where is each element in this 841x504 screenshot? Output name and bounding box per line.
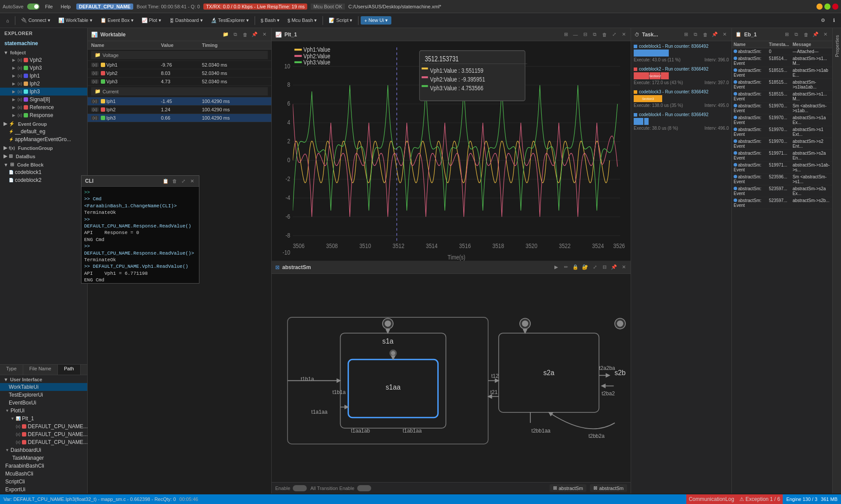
tree-item-app-manager[interactable]: ⚡ appManagerEventGro... bbox=[0, 135, 87, 143]
tree-item-default-eg[interactable]: ⚡ __default_eg bbox=[0, 128, 87, 135]
table-row[interactable]: (x) Iph3 0.66 100.4290 ms bbox=[88, 114, 271, 122]
mcubash-button[interactable]: $ Mcu Bash ▾ bbox=[284, 16, 320, 25]
table-row[interactable]: (x) Vph3 4.73 52.0340 ms bbox=[88, 78, 271, 86]
plot-copy-btn[interactable]: ⧉ bbox=[591, 31, 598, 38]
status-comm-log[interactable]: CommunicationLog bbox=[686, 494, 737, 504]
sm-content[interactable]: s1a s1aa bbox=[272, 274, 631, 482]
minimize-button[interactable] bbox=[816, 4, 823, 10]
cli-body[interactable]: >> >> Cmd <FaraabinBash_1.ChangeName(CLI… bbox=[82, 187, 199, 283]
cli-btn1[interactable]: 📋 bbox=[162, 177, 169, 185]
sm-tab-1[interactable]: ⊠ abstractSm bbox=[550, 484, 587, 492]
autosave-toggle[interactable] bbox=[27, 4, 39, 10]
plot-snap-btn[interactable]: ⊞ bbox=[562, 31, 569, 38]
group-current[interactable]: 📁 Current bbox=[88, 86, 271, 97]
eb-pin[interactable]: 📌 bbox=[812, 31, 819, 38]
eb-row-1[interactable]: abstractSm: Event 518514... abstractSm->… bbox=[732, 55, 832, 67]
tree-item-vph2[interactable]: ▶ (x) Vph2 bbox=[0, 56, 87, 64]
sm-lock2-btn[interactable]: 🔐 bbox=[582, 264, 589, 271]
fobject-section[interactable]: ▼ fobject bbox=[0, 48, 87, 56]
tab-type[interactable]: Type bbox=[0, 365, 23, 375]
voltage-group[interactable]: 📁 Voltage bbox=[91, 51, 268, 59]
task-btn1[interactable]: ⊞ bbox=[682, 31, 689, 38]
task-btn2[interactable]: ⧉ bbox=[692, 31, 699, 38]
eb-row-2[interactable]: abstractSm: Event 518515... abstractSm->… bbox=[732, 67, 832, 79]
event-group-section[interactable]: ▶ ⚡ Event Group bbox=[0, 119, 87, 128]
tab-path[interactable]: Path bbox=[58, 365, 81, 375]
plot-button[interactable]: 📈 Plot ▾ bbox=[138, 16, 165, 25]
tree-item-task-manager[interactable]: TaskManager bbox=[0, 454, 87, 462]
eb-row-3[interactable]: abstractSm: Event 518515... abstractSm->… bbox=[732, 79, 832, 91]
eb-row-0[interactable]: abstractSm: 0 ---Attached--- bbox=[732, 48, 832, 55]
tree-item-codeblock2[interactable]: 📄 codeblock2 bbox=[0, 176, 87, 184]
properties-tab[interactable]: Properties bbox=[834, 32, 841, 60]
plot-trash-btn[interactable]: 🗑 bbox=[601, 31, 608, 38]
sm-expand-btn[interactable]: ⤢ bbox=[591, 264, 598, 271]
eb-row-8[interactable]: abstractSm: Event 519970... abstractSm->… bbox=[732, 138, 832, 150]
wt-delete-btn[interactable]: 🗑 bbox=[241, 31, 248, 38]
tree-item-eventbox-ui[interactable]: EventBoxUi bbox=[0, 399, 87, 407]
task-btn3[interactable]: 🗑 bbox=[702, 31, 709, 38]
eb-row-12[interactable]: abstractSm: Event 523597... abstractSm->… bbox=[732, 185, 832, 197]
bash-button[interactable]: $ Bash ▾ bbox=[257, 16, 283, 25]
task-pin[interactable]: 📌 bbox=[711, 31, 718, 38]
tree-item-mcu-bash[interactable]: McuBashCli bbox=[0, 470, 87, 478]
current-group[interactable]: 📁 Current bbox=[91, 87, 268, 96]
wt-folder-btn[interactable]: 📁 bbox=[222, 31, 229, 38]
dashboard-button[interactable]: 🎛 Dashboard ▾ bbox=[166, 16, 206, 25]
plot-split-btn[interactable]: ⊟ bbox=[582, 31, 589, 38]
tree-item-signal[interactable]: ▶ (x) Signal[8] bbox=[0, 96, 87, 103]
plot-content[interactable]: 10 8 6 4 2 0 -2 -4 -6 -8 -10 35 bbox=[272, 41, 631, 261]
tab-filename[interactable]: File Name bbox=[23, 365, 58, 375]
cli-close-btn[interactable]: ✕ bbox=[188, 177, 195, 185]
eb-row-5[interactable]: abstractSm: Event 519970... Sm <abstract… bbox=[732, 103, 832, 114]
tree-item-worktable-ui[interactable]: WorkTableUi bbox=[0, 383, 87, 391]
plot-min-btn[interactable]: — bbox=[572, 31, 579, 38]
script-button[interactable]: 📝 Script ▾ bbox=[325, 16, 356, 25]
tree-item-iph1[interactable]: ▶ (x) Iph1 bbox=[0, 72, 87, 80]
code-block-section[interactable]: ▼ ⊞ Code Block bbox=[0, 160, 87, 168]
help-menu[interactable]: Help bbox=[58, 3, 73, 10]
wt-close-btn[interactable]: ✕ bbox=[261, 31, 268, 38]
plot-close-btn[interactable]: ✕ bbox=[620, 31, 627, 38]
eventbox-button[interactable]: 📋 Event Box ▾ bbox=[97, 16, 137, 25]
table-row[interactable]: (x) Vph1 -9.76 52.0340 ms bbox=[88, 61, 271, 69]
tree-item-testexplorer-ui[interactable]: TestExplorerUi bbox=[0, 391, 87, 399]
transition-switch[interactable] bbox=[357, 485, 371, 491]
tree-item-codeblock1[interactable]: 📄 codeblock1 bbox=[0, 168, 87, 176]
eb-btn1[interactable]: ⊞ bbox=[783, 31, 790, 38]
tree-item-reference[interactable]: ▶ (x) Reference bbox=[0, 103, 87, 111]
tree-item-vph3[interactable]: ▶ (x) Vph3 bbox=[0, 64, 87, 72]
eb-row-7[interactable]: abstractSm: Event 519970... abstractSm->… bbox=[732, 126, 832, 138]
tree-item-iph2[interactable]: ▶ (x) Iph2 bbox=[0, 80, 87, 88]
new-ui-button[interactable]: + New Ui ▾ bbox=[361, 16, 391, 25]
worktable-button[interactable]: 📊 WorkTable ▾ bbox=[55, 16, 96, 25]
file-menu[interactable]: File bbox=[43, 3, 55, 10]
plot-expand-btn[interactable]: ⤢ bbox=[610, 31, 617, 38]
eb-row-11[interactable]: abstractSm: Event 523596... Sm <abstract… bbox=[732, 174, 832, 185]
wt-pin-btn[interactable]: 📌 bbox=[251, 31, 258, 38]
tree-item-export[interactable]: ExportUi bbox=[0, 486, 87, 493]
tree-item-plt1-cpu2[interactable]: (x) DEFAULT_CPU_NAME... bbox=[0, 430, 87, 438]
tree-item-plt1-cpu3[interactable]: (x) DEFAULT_CPU_NAME... bbox=[0, 438, 87, 446]
table-row[interactable]: (x) Iph1 -1.45 100.4290 ms bbox=[88, 97, 271, 106]
enable-switch[interactable] bbox=[293, 485, 307, 491]
settings-button[interactable]: ⚙ bbox=[817, 16, 829, 25]
tree-item-dashboard-ui[interactable]: ▼ DashboardUi bbox=[0, 446, 87, 454]
cli-btn2[interactable]: 🗑 bbox=[171, 177, 178, 185]
home-button[interactable]: ⌂ bbox=[3, 17, 13, 25]
task-close[interactable]: ✕ bbox=[721, 31, 728, 38]
group-voltage[interactable]: 📁 Voltage bbox=[88, 50, 271, 61]
wt-copy-btn[interactable]: ⧉ bbox=[232, 31, 239, 38]
info-button[interactable]: ℹ bbox=[830, 16, 838, 25]
eb-close[interactable]: ✕ bbox=[822, 31, 829, 38]
tree-item-script[interactable]: ScriptCli bbox=[0, 478, 87, 486]
close-button[interactable] bbox=[832, 4, 838, 10]
maximize-button[interactable] bbox=[824, 4, 830, 10]
table-row[interactable]: (x) Vph2 8.03 52.0340 ms bbox=[88, 69, 271, 78]
user-interface-section[interactable]: ▼ User Interface bbox=[0, 375, 87, 383]
sm-edit-btn[interactable]: ✏ bbox=[562, 264, 569, 271]
tree-item-faraabin-bash[interactable]: FaraabinBashCli bbox=[0, 462, 87, 470]
eb-row-9[interactable]: abstractSm: Event 519971... abstractSm->… bbox=[732, 150, 832, 162]
sm-tab-2[interactable]: ⊠ abstractSm bbox=[590, 484, 627, 492]
tree-item-iph3[interactable]: ▶ (x) Iph3 bbox=[0, 88, 87, 96]
